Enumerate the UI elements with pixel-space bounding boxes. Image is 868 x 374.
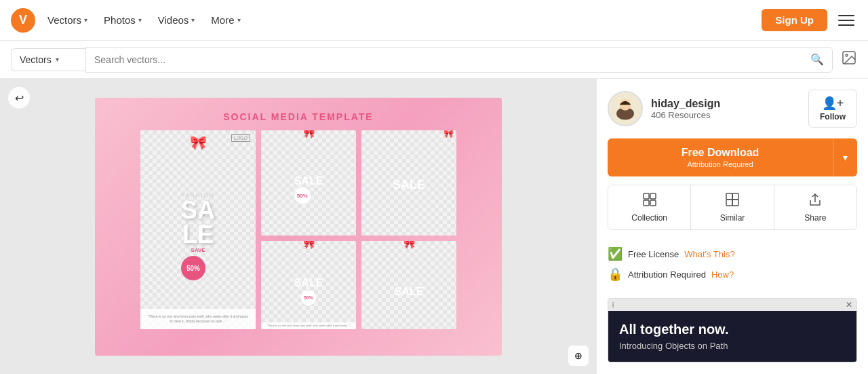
main-content: ↩ SOCIAL MEDIA TEMPLATE LOGO 🎀 FASHION S [0,79,868,374]
template-cell-large: LOGO 🎀 FASHION SA LE SAVE 50% "Ther [140,130,256,329]
small-percent: 50% [294,187,311,204]
chevron-down-icon: ▾ [56,56,59,63]
sale-overlay-3: 🎀 FASHION SALE [361,130,456,236]
template-cell-top-mid: 🎀 Fashion SALE 50% [261,130,356,236]
follow-button[interactable]: 👤+ Follow [808,90,857,128]
bow-icon-sm: 🎀 [303,130,315,138]
attribution-link[interactable]: How? [711,269,734,280]
nav-item-more[interactable]: More ▾ [204,10,247,30]
ad-banner: i ✕ All together now. Introducing Object… [608,298,857,362]
ad-top-bar: i ✕ [608,299,856,311]
nav-item-photos[interactable]: Photos ▾ [97,10,149,30]
site-logo[interactable]: V [11,8,35,33]
author-name: hiday_design [651,98,800,110]
nav-items: Vectors ▾ Photos ▾ Videos ▾ More ▾ [41,10,248,30]
svg-rect-10 [732,193,738,200]
attribution-item: 🔒 Attribution Required How? [608,267,857,282]
sale-overlay-5: 🎀 FASHION SALE [361,241,456,329]
author-avatar [608,91,643,126]
chevron-down-icon: ▾ [191,16,195,24]
svg-rect-12 [732,200,738,206]
quote-text: "There is no one who loves pain itself, … [144,312,252,326]
license-info: ✅ Free License What's This? 🔒 Attributio… [608,241,857,293]
small-sale-text: SALE [294,175,323,187]
sale-sm4: SALE [294,277,323,289]
share-icon [808,192,823,210]
signup-button[interactable]: Sign Up [762,9,827,31]
collection-icon [642,192,657,210]
svg-rect-9 [726,193,732,200]
share-button[interactable]: Share [774,185,856,229]
percent-badge: 50% [181,256,205,280]
zoom-button[interactable]: ⊕ [568,345,589,366]
search-input-wrap: 🔍 [85,47,833,73]
svg-rect-5 [644,193,649,199]
hamburger-line [838,15,854,16]
ad-info-icon: i [612,301,614,309]
chevron-down-icon: ▾ [138,16,142,24]
author-info: hiday_design 406 Resources [651,98,800,120]
right-panel: hiday_design 406 Resources 👤+ Follow Fre… [597,79,868,374]
percent-sm: 50% [301,291,316,305]
category-dropdown[interactable]: Vectors ▾ [11,48,85,71]
lock-circle-icon: 🔒 [608,267,623,282]
check-circle-icon: ✅ [608,246,623,261]
chevron-down-icon: ▾ [237,16,241,24]
svg-rect-8 [650,200,656,206]
svg-rect-11 [726,200,732,206]
bow-icon: 🎀 [190,134,207,151]
bow-icon-sm2: 🎀 [443,130,454,138]
download-section: Free Download Attribution Required ▾ [608,138,857,176]
quote-sm: "There is no one who loves pain itself, … [261,322,356,329]
search-input[interactable] [94,54,805,65]
similar-button[interactable]: Similar [691,185,774,229]
back-button[interactable]: ↩ [8,87,30,109]
similar-icon [725,192,740,210]
nav-item-vectors[interactable]: Vectors ▾ [41,10,94,30]
template-mockup: SOCIAL MEDIA TEMPLATE LOGO 🎀 FASHION SA … [95,98,502,356]
svg-point-1 [846,54,848,56]
image-preview: SOCIAL MEDIA TEMPLATE LOGO 🎀 FASHION SA … [0,79,597,374]
template-grid: LOGO 🎀 FASHION SA LE SAVE 50% "Ther [140,130,456,329]
action-buttons: Collection Similar [608,185,857,230]
logo-text: LOGO [231,134,250,142]
template-cell-top-right: 🎀 FASHION SALE [361,130,456,236]
template-cell-bot-mid: 🎀 Fashion SALE 50% "There is no one who … [261,241,356,329]
download-dropdown-button[interactable]: ▾ [833,138,857,176]
top-navigation: V Vectors ▾ Photos ▾ Videos ▾ More ▾ Sig… [0,0,868,41]
nav-item-videos[interactable]: Videos ▾ [151,10,202,30]
sale-overlay-2: 🎀 Fashion SALE 50% [261,130,356,236]
free-download-button[interactable]: Free Download Attribution Required [608,138,833,176]
bow-icon-sm4: 🎀 [403,241,415,249]
ad-subheadline: Introducing Objects on Path [619,341,846,352]
sale-sm5: SALE [395,286,424,298]
person-plus-icon: 👤+ [822,96,844,111]
sale-large-text2: LE [181,223,215,247]
chevron-down-icon: ▾ [843,152,848,163]
search-icon[interactable]: 🔍 [810,53,824,66]
template-cell-bot-right: 🎀 FASHION SALE [361,241,456,329]
author-resources: 406 Resources [651,110,800,120]
bow-icon-sm3: 🎀 [303,241,315,249]
svg-rect-6 [650,193,656,199]
left-panel: ↩ SOCIAL MEDIA TEMPLATE LOGO 🎀 FASHION S [0,79,597,374]
chevron-down-icon: ▾ [84,16,87,24]
sale-large-text: SA [181,198,215,223]
sale-overlay-4: 🎀 Fashion SALE 50% "There is no one who … [261,241,356,329]
hamburger-menu[interactable] [835,10,857,31]
hamburger-line [838,20,854,21]
quote-section: "There is no one who loves pain itself, … [140,309,256,329]
template-title: SOCIAL MEDIA TEMPLATE [223,111,373,122]
sale-overlay: LOGO 🎀 FASHION SA LE SAVE 50% [140,130,256,329]
collection-button[interactable]: Collection [608,185,691,229]
ad-close-button[interactable]: ✕ [846,300,852,310]
image-search-icon[interactable] [841,50,857,69]
free-license-link[interactable]: What's This? [684,249,735,259]
author-section: hiday_design 406 Resources 👤+ Follow [608,90,857,128]
ad-content: All together now. Introducing Objects on… [608,311,856,362]
ad-headline: All together now. [619,320,846,338]
sale-sm-text: SALE [393,179,425,191]
svg-rect-7 [644,200,649,206]
free-license-item: ✅ Free License What's This? [608,246,857,261]
hamburger-line [838,24,854,26]
